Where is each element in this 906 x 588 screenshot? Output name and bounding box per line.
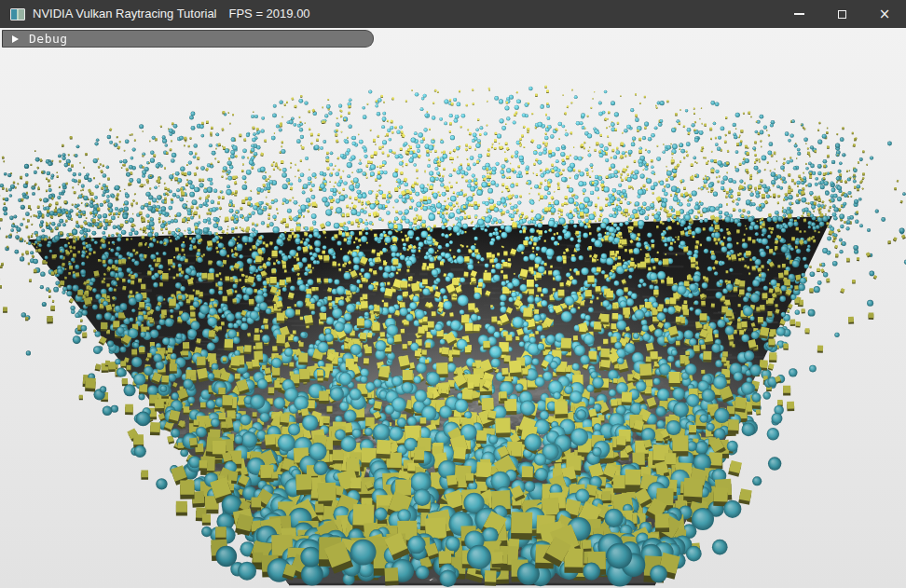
- raytracing-viewport: Debug: [0, 28, 906, 588]
- window-controls: ×: [777, 0, 906, 28]
- window-title: NVIDIA Vulkan Raytracing Tutorial: [33, 0, 217, 28]
- app-icon: [10, 8, 25, 21]
- maximize-icon: [838, 10, 846, 19]
- close-button[interactable]: ×: [863, 0, 906, 28]
- viewport-canvas[interactable]: [0, 28, 906, 588]
- expand-arrow-icon: [12, 35, 19, 43]
- minimize-icon: [794, 13, 804, 15]
- debug-panel-header[interactable]: Debug: [2, 30, 374, 48]
- minimize-button[interactable]: [777, 0, 820, 28]
- maximize-button[interactable]: [820, 0, 863, 28]
- fps-counter: FPS = 2019.00: [229, 0, 310, 28]
- debug-panel-label: Debug: [29, 31, 68, 47]
- close-icon: ×: [879, 7, 891, 21]
- titlebar[interactable]: NVIDIA Vulkan Raytracing Tutorial FPS = …: [0, 0, 906, 28]
